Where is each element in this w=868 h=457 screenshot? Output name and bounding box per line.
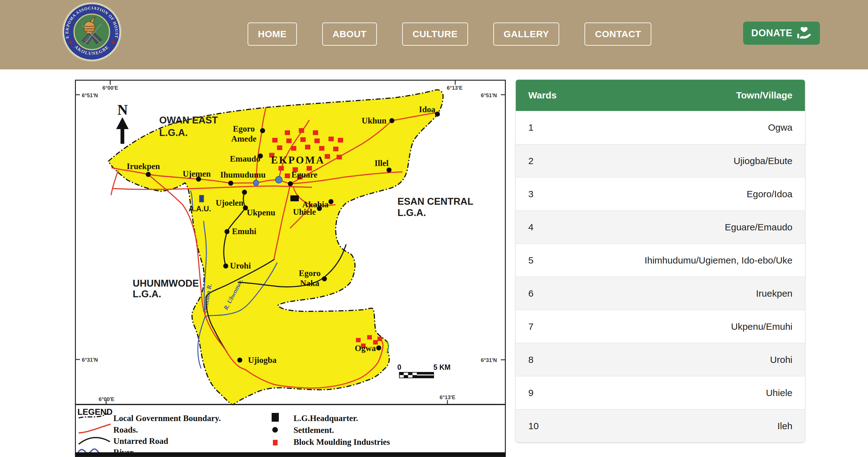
legend-hq-symbol xyxy=(272,413,279,422)
label-egoro-naka-2: Naka xyxy=(300,279,319,288)
ihumudumu-node-dot xyxy=(253,180,259,186)
town-name: Ileh xyxy=(777,421,793,431)
scale-5km: 5 KM xyxy=(433,363,451,371)
wards-table-header: Wards Town/Village xyxy=(516,80,805,111)
label-illel: Illel xyxy=(375,159,389,168)
region-esan-central-lga: L.G.A. xyxy=(398,207,426,218)
town-name: Ujiogba/Ebute xyxy=(734,156,793,166)
label-idoa: Idoa xyxy=(419,105,436,114)
ward-number: 5 xyxy=(528,255,534,266)
ward-number: 7 xyxy=(528,321,534,332)
label-egoro-naka-1: Egoro xyxy=(299,268,321,278)
label-egoro-amede-2: Amede xyxy=(231,134,257,143)
legend-boundary-label: Local Government Boundary. xyxy=(113,413,221,423)
label-iruekpen: Iruekpen xyxy=(127,162,160,171)
map-svg: Ossiomo R. R. Ubwonwe. xyxy=(75,80,506,457)
aau-marker xyxy=(199,195,204,202)
town-name: Urohi xyxy=(770,354,793,365)
town-name: Egoro/Idoa xyxy=(747,189,793,199)
label-ogwa: Ogwa xyxy=(355,344,376,353)
nav-culture-button[interactable]: CULTURE xyxy=(402,23,468,46)
label-eguare: Eguare xyxy=(291,170,317,179)
ward-number: 8 xyxy=(528,354,534,365)
scale-zero: 0 xyxy=(398,363,402,371)
region-uhunmwode-lga: L.G.A. xyxy=(133,288,161,299)
table-row: 3 Egoro/Idoa xyxy=(516,177,805,210)
table-row: 1 Ogwa xyxy=(516,111,805,144)
label-ihumudumu: Ihumudumu xyxy=(220,170,266,179)
label-ukhun: Ukhun xyxy=(362,116,386,125)
wards-table-body: 1 Ogwa 2 Ujiogba/Ebute 3 Egoro/Idoa 4 Eg… xyxy=(516,111,805,442)
town-name: Ukpenu/Emuhi xyxy=(731,321,793,332)
ward-number: 1 xyxy=(528,122,534,133)
town-name: Ogwa xyxy=(768,122,793,133)
label-uhiele: Uhiele xyxy=(293,207,316,217)
label-ukpenu: Ukpenu xyxy=(247,208,275,217)
nav-about-button[interactable]: ABOUT xyxy=(322,23,377,46)
legend-settlement-symbol xyxy=(272,427,278,433)
legend-block-label: Block Moulding Industries xyxy=(293,437,390,447)
main-nav: HOME ABOUT CULTURE GALLERY CONTACT xyxy=(248,23,651,46)
table-row: 9 Uhiele xyxy=(516,376,805,409)
region-esan-central: ESAN CENTRAL xyxy=(398,196,473,207)
legend-settlement-label: Settlement. xyxy=(293,425,334,435)
town-name: Uhiele xyxy=(766,388,793,398)
nav-home-button[interactable]: HOME xyxy=(248,23,297,46)
association-logo[interactable]: THE EKPOMA ASSOCIATION OF HOUSTON AKOLUN… xyxy=(61,1,122,62)
nav-gallery-button[interactable]: GALLERY xyxy=(493,23,560,46)
scale-bar: 0 5 KM xyxy=(398,363,451,378)
ward-number: 4 xyxy=(528,222,534,233)
label-emaudo: Emaudo xyxy=(230,154,260,164)
north-label: N xyxy=(117,102,128,118)
table-row: 5 Ihimhudumu/Ugiemen, Ido-ebo/Uke xyxy=(516,244,805,277)
legend-title: LEGEND xyxy=(78,407,113,417)
legend: LEGEND Local Government Boundary. Roads.… xyxy=(78,407,390,457)
table-row: 10 Ileh xyxy=(516,409,805,442)
north-arrow-icon: N xyxy=(116,102,129,144)
label-ujoelen: Ujoelen xyxy=(216,198,243,207)
ekpoma-lga-map-figure: Ossiomo R. R. Ubwonwe. xyxy=(75,80,506,457)
legend-block-symbol xyxy=(273,440,278,446)
coord-bottom-e-right: 6°13'E xyxy=(440,395,456,400)
label-aau: A.A.U. xyxy=(189,204,211,213)
town-name: Eguare/Emaudo xyxy=(725,222,793,233)
ward-number: 9 xyxy=(528,388,534,398)
ward-number: 6 xyxy=(528,288,534,299)
nav-contact-button[interactable]: CONTACT xyxy=(585,23,651,46)
legend-untarred-label: Untarred Road xyxy=(113,436,168,446)
coord-top-e: 6°00'E xyxy=(102,85,118,91)
label-urohi: Urohi xyxy=(230,261,251,270)
coord-bottom-e-left: 6°00'E xyxy=(99,396,115,402)
label-ujemen: Ujemen xyxy=(183,169,211,178)
logo-badge-icon: THE EKPOMA ASSOCIATION OF HOUSTON AKOLUN… xyxy=(61,1,122,62)
table-row: 2 Ujiogba/Ebute xyxy=(516,144,805,177)
ekpoma-node-dot xyxy=(275,176,282,183)
region-owan-east: OWAN EAST xyxy=(159,115,218,126)
donate-button[interactable]: DONATE xyxy=(743,22,820,45)
ward-number: 2 xyxy=(528,156,534,166)
table-row: 7 Ukpenu/Emuhi xyxy=(516,310,805,343)
ward-number: 3 xyxy=(528,189,534,199)
label-egoro-amede-1: Egoro xyxy=(233,124,255,134)
coord-bottom-n-left: 6°31'N xyxy=(82,357,98,363)
legend-untarred-symbol xyxy=(79,438,110,444)
wards-table: Wards Town/Village 1 Ogwa 2 Ujiogba/Ebut… xyxy=(516,80,805,442)
legend-roads-label: Roads. xyxy=(113,425,138,434)
coord-bottom-n-right: 6°31'N xyxy=(481,357,497,363)
town-name: Iruekpen xyxy=(756,288,793,299)
region-owan-east-lga: L.G.A. xyxy=(159,127,188,138)
label-ekpoma: EKPOMA xyxy=(271,154,325,166)
label-ujiogba: Ujiogba xyxy=(248,355,277,365)
town-col-header: Town/Village xyxy=(736,90,793,101)
donate-label: DONATE xyxy=(751,28,793,39)
legend-hq-label: L.G.Headquarter. xyxy=(293,413,358,423)
table-row: 4 Eguare/Emaudo xyxy=(516,210,805,244)
hand-holding-heart-icon xyxy=(797,27,812,40)
legend-bottom-border xyxy=(75,452,505,456)
town-name: Ihimhudumu/Ugiemen, Ido-ebo/Uke xyxy=(645,255,793,266)
site-header: THE EKPOMA ASSOCIATION OF HOUSTON AKOLUN… xyxy=(0,0,868,69)
wards-col-header: Wards xyxy=(528,90,557,101)
coord-top-n-left: 6°51'N xyxy=(82,92,98,98)
legend-road-symbol xyxy=(79,424,111,433)
coord-top-n-right: 6°51'N xyxy=(481,92,497,98)
